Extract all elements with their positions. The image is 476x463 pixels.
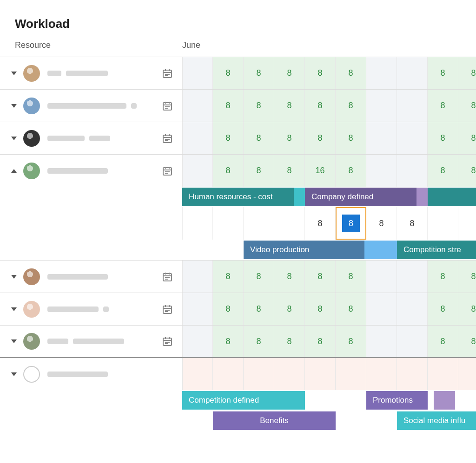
hours-cell	[182, 122, 213, 154]
detail-hours-cell	[274, 207, 305, 240]
calendar-icon[interactable]	[162, 165, 173, 176]
calendar-icon[interactable]	[162, 100, 173, 111]
hours-cell	[397, 261, 428, 293]
detail-hours-cell	[213, 207, 244, 240]
hours-cell: 8	[428, 155, 458, 187]
hours-cell: 8	[305, 326, 336, 357]
month-column-header: June	[182, 40, 200, 50]
hours-cell: 8	[213, 57, 244, 89]
chevron-down-icon[interactable]	[11, 104, 17, 108]
resource-name-placeholder	[47, 339, 124, 344]
resource-row: 88816888	[0, 154, 476, 187]
detail-hours-cell: 8	[366, 207, 397, 240]
resource-row	[0, 358, 476, 390]
hours-cell: 8	[458, 122, 476, 154]
hours-cell	[397, 155, 428, 187]
hours-cell	[428, 358, 458, 390]
resource-name-placeholder	[47, 306, 109, 312]
task-bar[interactable]: Competition stre	[397, 241, 476, 259]
hours-cell	[182, 261, 213, 293]
task-bar[interactable]: Human resources - cost	[182, 188, 305, 206]
resource-row: 8888888	[0, 57, 476, 89]
hours-cell: 8	[274, 57, 305, 89]
hours-cell: 8	[458, 293, 476, 325]
task-bar[interactable]: Social media influ	[397, 411, 476, 430]
hours-cell: 8	[336, 261, 366, 293]
chevron-down-icon[interactable]	[11, 372, 17, 376]
resource-column-header: Resource	[0, 40, 182, 50]
hours-cell: 8	[428, 57, 458, 89]
hours-cell: 8	[428, 261, 458, 293]
resource-row: 8888888	[0, 325, 476, 358]
detail-hours-cell: 8	[397, 207, 428, 240]
hours-cell	[213, 358, 244, 390]
hours-cell: 8	[458, 57, 476, 89]
hours-cell: 8	[213, 122, 244, 154]
calendar-icon[interactable]	[162, 68, 173, 79]
task-bar[interactable]: Benefits	[213, 411, 336, 430]
hours-cell	[366, 293, 397, 325]
hours-cell: 8	[244, 155, 274, 187]
hours-cell: 8	[336, 122, 366, 154]
resource-name-placeholder	[47, 168, 108, 174]
hours-cell	[366, 155, 397, 187]
detail-hours-cell	[244, 207, 274, 240]
hours-cell	[397, 57, 428, 89]
detail-hours-cell	[428, 207, 458, 240]
chevron-down-icon[interactable]	[11, 275, 17, 279]
highlighted-hours-cell[interactable]: 8	[336, 207, 366, 240]
task-bar[interactable]	[428, 188, 476, 206]
hours-cell: 8	[336, 293, 366, 325]
task-row: BenefitsSocial media influ	[0, 411, 476, 431]
hours-cell: 8	[428, 293, 458, 325]
hours-cell: 8	[305, 90, 336, 122]
resource-name-placeholder	[47, 274, 108, 280]
calendar-icon[interactable]	[162, 304, 173, 315]
hours-cell	[397, 293, 428, 325]
avatar	[23, 366, 40, 383]
hours-cell: 8	[213, 90, 244, 122]
hours-cell	[366, 326, 397, 357]
hours-cell: 8	[458, 155, 476, 187]
hours-cell	[182, 155, 213, 187]
hours-cell	[305, 358, 336, 390]
hours-cell: 8	[274, 122, 305, 154]
chevron-down-icon[interactable]	[11, 339, 17, 343]
chevron-down-icon[interactable]	[11, 137, 17, 140]
task-bar[interactable]: Video production	[244, 241, 397, 259]
resource-name-placeholder	[47, 136, 110, 141]
hours-cell: 8	[244, 261, 274, 293]
avatar	[23, 268, 40, 285]
hours-cell: 16	[305, 155, 336, 187]
resource-name-placeholder	[47, 372, 108, 377]
calendar-icon[interactable]	[162, 336, 173, 347]
hours-cell: 8	[336, 155, 366, 187]
task-bar[interactable]	[434, 391, 455, 410]
calendar-icon[interactable]	[162, 271, 173, 282]
chevron-down-icon[interactable]	[11, 307, 17, 311]
hours-cell: 8	[244, 90, 274, 122]
task-bar[interactable]: Competition defined	[182, 391, 305, 410]
avatar	[23, 163, 40, 179]
detail-hours-cell: 8	[305, 207, 336, 240]
hours-cell: 8	[213, 293, 244, 325]
task-bar[interactable]: Promotions	[366, 391, 428, 410]
hours-cell	[336, 358, 366, 390]
hours-cell: 8	[213, 261, 244, 293]
column-header-row: Resource June	[0, 40, 476, 57]
chevron-down-icon[interactable]	[11, 72, 17, 75]
hours-cell: 8	[305, 293, 336, 325]
hours-cell: 8	[305, 122, 336, 154]
task-bar[interactable]: Company defined	[305, 188, 428, 206]
hours-cell: 8	[244, 122, 274, 154]
calendar-icon[interactable]	[162, 133, 173, 144]
chevron-up-icon[interactable]	[11, 169, 17, 173]
detail-hours-cell	[458, 207, 476, 240]
resource-name-placeholder	[47, 71, 108, 76]
hours-cell: 8	[213, 326, 244, 357]
hours-cell	[182, 293, 213, 325]
hours-cell	[366, 358, 397, 390]
hours-cell: 8	[305, 57, 336, 89]
hours-cell: 8	[244, 293, 274, 325]
resource-name-placeholder	[47, 103, 137, 109]
